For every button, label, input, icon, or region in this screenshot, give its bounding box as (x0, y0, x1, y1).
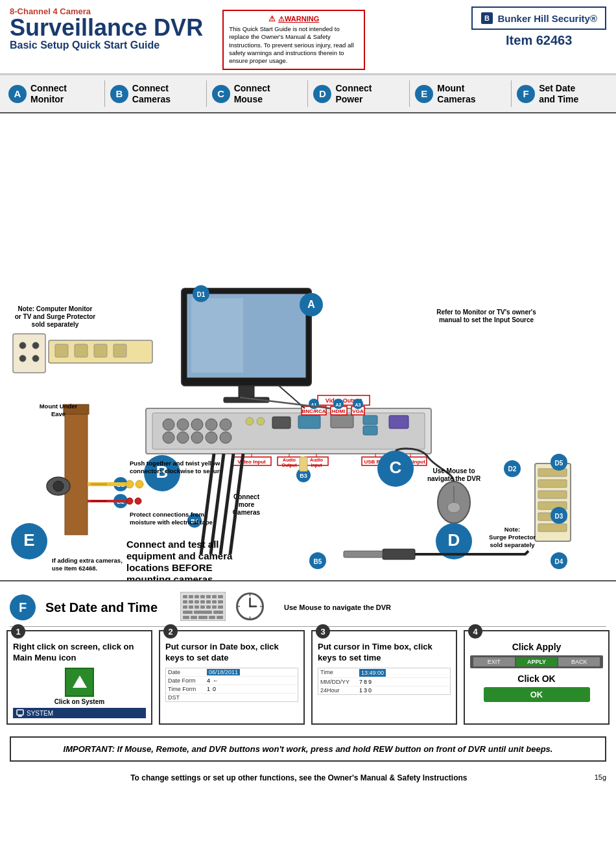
svg-text:Input: Input (311, 463, 322, 468)
brand-logo-icon: B (480, 12, 493, 25)
warning-box: ⚠ ⚠WARNING This Quick Start Guide is not… (222, 10, 365, 70)
step-c: C ConnectMouse (207, 80, 309, 108)
svg-rect-14 (94, 344, 107, 357)
svg-rect-132 (538, 524, 567, 532)
svg-rect-179 (194, 611, 212, 614)
time-label: Time (320, 669, 359, 677)
svg-text:or TV and Surge Protector: or TV and Surge Protector (15, 313, 96, 320)
apply-btn-mock: APPLY (516, 657, 558, 666)
diagram-svg: Note: Computer Monitor or TV and Surge P… (0, 113, 616, 580)
date-row: Date 06/18/2011 (166, 668, 298, 677)
svg-point-90 (136, 480, 143, 488)
svg-text:Note:: Note: (504, 526, 520, 533)
step-a: A ConnectMonitor (3, 80, 105, 108)
warning-text: This Quick Start Guide is not intended t… (229, 25, 359, 65)
svg-text:manual to set the Input Source: manual to set the Input Source (439, 316, 534, 323)
footer: To change settings or set up other funct… (0, 770, 616, 788)
dst-label: DST (168, 694, 207, 701)
svg-text:Refer to Monitor or TV's owner: Refer to Monitor or TV's owner's (436, 309, 536, 316)
svg-point-96 (135, 498, 141, 504)
date-value: 06/18/2011 (207, 669, 240, 675)
svg-rect-163 (218, 595, 223, 598)
step-f-circle: F (517, 85, 535, 103)
svg-text:moisture with electrical tape: moisture with electrical tape (130, 519, 213, 526)
svg-rect-18 (191, 298, 243, 373)
svg-rect-169 (212, 600, 217, 603)
svg-text:D3: D3 (555, 513, 563, 520)
svg-point-9 (19, 355, 26, 362)
svg-rect-177 (218, 605, 223, 609)
step-f-label: Set Dateand Time (539, 83, 578, 105)
svg-rect-170 (218, 600, 223, 603)
time-value: 13:49:00 (359, 669, 386, 677)
svg-text:B3: B3 (300, 473, 307, 479)
svg-rect-159 (195, 595, 199, 598)
page-number: 15g (588, 773, 606, 782)
svg-rect-40 (363, 426, 377, 435)
svg-rect-178 (183, 611, 193, 614)
svg-rect-176 (212, 605, 217, 609)
svg-text:VGA: VGA (352, 408, 364, 414)
step-3-box: 3 Put cursor in Time box, click keys to … (311, 630, 457, 725)
svg-rect-183 (198, 616, 207, 619)
svg-text:equipment and camera: equipment and camera (126, 550, 233, 561)
svg-rect-144 (344, 551, 383, 557)
svg-text:E: E (23, 530, 34, 550)
svg-point-28 (177, 419, 189, 430)
svg-rect-167 (200, 600, 205, 603)
keyboard-icon (180, 592, 226, 623)
svg-text:D5: D5 (555, 460, 563, 467)
step-2-box: 2 Put cursor in Date box, click keys to … (159, 630, 305, 725)
svg-text:D: D (448, 530, 460, 550)
brand-text: Bunker Hill Security® (497, 13, 597, 24)
step-1-title: Right click on screen, click on Main Men… (13, 642, 146, 664)
svg-point-89 (126, 480, 134, 488)
svg-text:A: A (307, 299, 315, 310)
svg-text:D4: D4 (555, 558, 563, 565)
svg-rect-37 (272, 417, 290, 428)
step-e-circle: E (415, 85, 433, 103)
svg-rect-173 (195, 605, 199, 609)
svg-rect-182 (191, 616, 197, 619)
svg-rect-19 (239, 386, 254, 397)
svg-point-95 (126, 498, 133, 504)
set-date-label: Set Date and Time (45, 600, 158, 615)
warning-icon: ⚠ (268, 14, 276, 23)
svg-rect-165 (189, 600, 193, 603)
step-d: D ConnectPower (308, 80, 410, 108)
step-2-title: Put cursor in Date box, click keys to se… (165, 642, 298, 664)
svg-rect-128 (538, 480, 567, 487)
time-row: Time 13:49:00 (318, 668, 450, 678)
footer-text: To change settings or set up other funct… (10, 773, 588, 782)
svg-rect-180 (213, 611, 223, 614)
svg-text:Mount Under: Mount Under (40, 403, 78, 410)
svg-rect-12 (55, 344, 68, 357)
svg-rect-174 (200, 605, 205, 609)
click-ok-label: Click OK (470, 673, 603, 684)
svg-rect-172 (189, 605, 193, 609)
svg-text:sold separately: sold separately (490, 541, 535, 548)
svg-text:Protect connections from: Protect connections from (130, 511, 204, 518)
svg-text:more: more (239, 501, 255, 508)
step-b: B ConnectCameras (105, 80, 207, 108)
time-form-row: Time Form 1 0 (166, 685, 298, 694)
svg-text:D2: D2 (508, 465, 517, 473)
svg-rect-15 (113, 344, 126, 357)
svg-text:Audio: Audio (283, 458, 296, 462)
time-form: Time 13:49:00 MM/DD/YY 7 8 9 24Hour 1 3 … (318, 668, 451, 695)
important-notice: IMPORTANT: If Mouse, Remote, and DVR but… (10, 736, 606, 762)
step-e-label: MountCameras (437, 83, 475, 105)
svg-point-35 (206, 432, 217, 443)
svg-point-32 (163, 432, 174, 443)
svg-rect-184 (209, 616, 215, 619)
date-form: Date 06/18/2011 Date Form 4 ← Time Form … (165, 668, 298, 702)
svg-point-29 (191, 419, 203, 430)
steps-bar: A ConnectMonitor B ConnectCameras C Conn… (0, 75, 616, 114)
step-1-circle: 1 (11, 624, 25, 638)
svg-rect-168 (206, 600, 211, 603)
click-system-label: Click on System (13, 698, 146, 705)
exit-btn-mock: EXIT (473, 657, 515, 666)
svg-text:C: C (390, 458, 402, 477)
back-btn-mock: BACK (558, 657, 600, 666)
svg-rect-41 (389, 416, 409, 428)
